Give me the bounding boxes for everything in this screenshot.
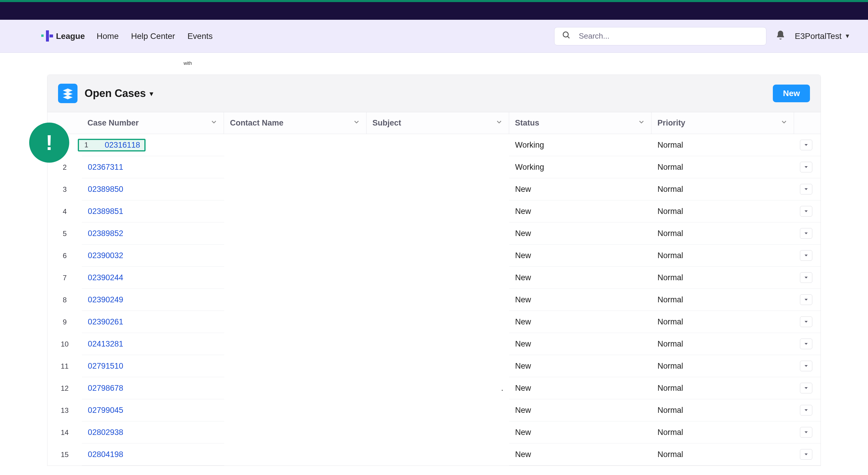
row-index: 9 [48,311,82,333]
case-number-link[interactable]: 02390244 [88,273,123,282]
cell-actions [794,377,820,399]
case-number-link[interactable]: 02804198 [88,450,123,459]
svg-marker-12 [805,255,808,256]
new-case-button[interactable]: New [773,85,810,102]
nav-right: E3PortalTest ▼ [554,27,850,45]
case-number-link[interactable]: 02802938 [88,428,123,437]
row-actions-menu[interactable] [800,294,812,305]
row-index: 8 [48,289,82,311]
row-actions-menu[interactable] [800,361,812,371]
row-actions-menu[interactable] [800,228,812,239]
cell-actions [794,311,820,333]
row-actions-menu[interactable] [800,272,812,283]
cell-contact-name [224,443,367,466]
case-number-link[interactable]: 02413281 [88,340,123,349]
row-actions-menu[interactable] [800,449,812,460]
svg-rect-2 [46,34,49,37]
cell-case-number: 02389852 [82,222,224,245]
cell-subject [367,156,509,178]
row-index: 11 [48,355,82,377]
cell-subject [367,134,509,156]
cell-priority: Normal [652,289,794,311]
search-icon [562,30,579,42]
case-number-link[interactable]: 02389850 [88,185,123,194]
col-header-case-number[interactable]: Case Number [82,112,224,134]
cell-actions [794,355,820,377]
svg-marker-15 [805,321,808,323]
case-number-link[interactable]: 02389851 [88,207,123,216]
row-actions-menu[interactable] [800,405,812,415]
cell-actions [794,399,820,421]
row-index: 14 [48,421,82,443]
cell-priority: Normal [652,178,794,200]
cell-case-number: 02367311 [82,156,224,178]
cell-actions [794,178,820,200]
col-header-label: Subject [372,119,401,128]
cell-contact-name [224,289,367,311]
case-number-link[interactable]: 02389852 [88,229,123,238]
col-header-actions [794,112,820,134]
nav-link-home[interactable]: Home [97,32,119,41]
case-number-link[interactable]: 02390032 [88,251,123,260]
cell-subject: . [367,377,509,399]
nav-link-help-center[interactable]: Help Center [131,32,175,41]
cell-subject [367,399,509,421]
cell-contact-name [224,222,367,245]
row-index: 10 [48,333,82,355]
case-number-link[interactable]: 02367311 [88,163,123,172]
row-actions-menu[interactable] [800,184,812,194]
case-number-link[interactable]: 02390249 [88,295,123,305]
row-actions-menu[interactable] [800,383,812,393]
cell-status: New [509,421,651,443]
row-actions-menu[interactable] [800,206,812,217]
row-index: 7 [48,267,82,289]
cell-actions [794,267,820,289]
case-number-link[interactable]: 02791510 [88,361,123,371]
cell-priority: Normal [652,399,794,421]
col-header-status[interactable]: Status [509,112,652,134]
cell-status: New [509,443,651,466]
brand-logo-icon [41,30,53,42]
row-actions-menu[interactable] [800,250,812,261]
notifications-bell-icon[interactable] [775,30,786,42]
row-actions-menu[interactable] [800,162,812,172]
user-menu[interactable]: E3PortalTest ▼ [795,32,850,41]
cell-contact-name [224,399,367,421]
row-actions-menu[interactable] [800,339,812,349]
cell-case-number: 102316118 [82,134,224,156]
cell-actions [794,289,820,311]
col-header-label: Contact Name [230,119,283,128]
table-row: 1202798678.NewNormal [48,377,820,399]
cell-status: New [509,245,651,267]
case-number-link[interactable]: 02390261 [88,317,123,326]
row-actions-menu[interactable] [800,427,812,438]
brand-logo[interactable]: League [41,30,85,42]
cell-priority: Normal [652,200,794,222]
cell-status: New [509,178,651,200]
row-actions-menu[interactable] [800,140,812,150]
brand-logo-text: League [56,32,85,41]
svg-marker-11 [805,232,808,234]
col-header-label: Status [515,119,539,128]
caret-down-icon: ▼ [844,33,850,39]
case-number-link[interactable]: 02799045 [88,406,123,415]
col-header-subject[interactable]: Subject [367,112,509,134]
nav-link-events[interactable]: Events [187,32,213,41]
svg-marker-8 [805,166,808,168]
svg-marker-9 [805,188,808,190]
row-index: 13 [48,399,82,421]
svg-marker-14 [805,299,808,300]
search-input[interactable] [579,32,759,41]
col-header-priority[interactable]: Priority [651,112,794,134]
row-actions-menu[interactable] [800,316,812,327]
case-number-link[interactable]: 02798678 [88,384,123,393]
col-header-contact-name[interactable]: Contact Name [224,112,367,134]
cell-contact-name [224,200,367,222]
cell-priority: Normal [652,421,794,443]
cell-priority: Normal [652,333,794,355]
list-title[interactable]: Open Cases ▼ [85,87,155,100]
case-number-link[interactable]: 02316118 [105,140,140,150]
cell-contact-name [224,377,367,399]
global-search[interactable] [554,27,766,45]
cell-case-number: 02413281 [82,333,224,355]
